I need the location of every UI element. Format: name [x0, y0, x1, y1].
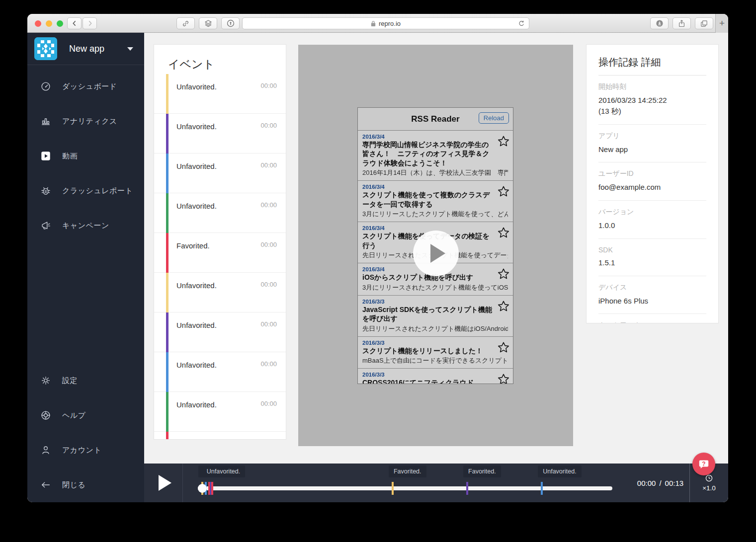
rss-cell: 2016/3/4 専門学校岡山情報ビジネス学院の学生の皆さん！ ニフティのオフィ… [358, 131, 513, 181]
life-ring-icon [40, 410, 51, 421]
event-time: 00:00 [260, 82, 277, 89]
event-label: Unfavorited. [176, 281, 217, 290]
playback-play-button[interactable] [144, 464, 183, 502]
tabs-icon [700, 19, 708, 28]
rss-date: 2016/3/4 [362, 225, 495, 231]
event-color-bar [166, 312, 168, 352]
timeline[interactable]: U Unfavorited. [198, 486, 612, 490]
timeline-marker-tick [466, 482, 468, 495]
rss-snippet: mBaaS上で自由にコードを実行できるスクリプト機... [362, 356, 508, 365]
event-row[interactable]: Favorited. 00:00 [154, 233, 286, 273]
sidebar-item-campaign[interactable]: キャンペーン [27, 208, 144, 243]
sidebar-item-analytics[interactable]: アナリティクス [27, 104, 144, 139]
event-row[interactable]: Unfavorited. 00:00 [154, 312, 286, 352]
playback-bar: U Unfavorited. [144, 464, 728, 502]
svg-text:?: ? [702, 461, 705, 467]
rss-cell: 2016/3/3 CROSS2016にてニフティクラウド mobile back… [358, 369, 513, 384]
reload-button[interactable] [518, 20, 525, 29]
event-row[interactable] [154, 432, 286, 439]
close-window-button[interactable] [35, 20, 41, 27]
share-icon [677, 19, 686, 28]
detail-field-label: 開始時刻 [598, 82, 706, 91]
details-fields: 開始時刻 2016/03/23 14:25:22 (13 秒) アプリ New … [598, 76, 706, 323]
sidebar-item-crash-report[interactable]: クラッシュレポート [27, 173, 144, 208]
event-row[interactable]: Unfavorited. 00:00 [154, 154, 286, 193]
app-logo-icon [34, 37, 57, 60]
event-color-bar [166, 392, 168, 432]
timeline-scrubber[interactable] [198, 484, 207, 493]
link-button[interactable] [176, 17, 195, 29]
event-row[interactable]: Unfavorited. 00:00 [154, 114, 286, 154]
rss-headline: スクリプト機能を使って複数のクラスデータを一回で取得する [362, 190, 495, 209]
app-switcher[interactable]: New app [27, 33, 144, 65]
rss-date: 2016/3/3 [362, 372, 495, 378]
new-tab-button[interactable]: + [715, 14, 728, 33]
sidebar-item-video[interactable]: 動画 [27, 139, 144, 173]
detail-field-label: デバイス [598, 283, 706, 292]
rss-snippet: 3月にリリースされたスクリプト機能を使ってiOS側か... [362, 283, 508, 292]
sidebar-nav: ダッシュボード アナリティクス 動画 クラッシュレポート [27, 65, 144, 243]
video-play-button[interactable] [413, 231, 459, 276]
person-icon [40, 445, 51, 456]
details-title: 操作記録 詳細 [598, 45, 706, 76]
sidebar-item-account[interactable]: アカウント [27, 433, 144, 467]
sidebar-item-settings[interactable]: 設定 [27, 363, 144, 398]
detail-field-value: 1.0.0 [598, 220, 706, 231]
event-time: 00:00 [260, 400, 277, 407]
detail-field: ユーザーID foo@example.com [598, 162, 706, 201]
event-time: 00:00 [260, 360, 277, 368]
event-label: Unfavorited. [176, 202, 217, 210]
time-separator: / [659, 479, 661, 487]
sidebar-item-dashboard[interactable]: ダッシュボード [27, 69, 144, 104]
minimize-window-button[interactable] [46, 20, 52, 27]
detail-field-label: バージョン [598, 208, 706, 217]
star-icon [497, 227, 510, 239]
event-row[interactable]: Unfavorited. 00:00 [154, 193, 286, 233]
event-label: Unfavorited. [176, 400, 217, 409]
help-chat-button[interactable]: ? [692, 453, 715, 475]
zoom-window-button[interactable] [57, 20, 63, 27]
event-row[interactable]: Unfavorited. 00:00 [154, 273, 286, 312]
password-manager-button[interactable] [221, 17, 240, 29]
detail-field: バージョン 1.0.0 [598, 201, 706, 239]
event-row[interactable]: Unfavorited. 00:00 [154, 352, 286, 392]
chevron-down-icon [127, 47, 133, 51]
forward-button[interactable] [83, 17, 97, 29]
browser-chrome: repro.io + [27, 14, 728, 33]
event-label: Unfavorited. [176, 122, 217, 131]
address-bar[interactable]: repro.io [242, 17, 529, 29]
detail-field-value: 1.5.1 [598, 257, 706, 268]
timeline-markers: U Unfavorited. [198, 486, 612, 490]
megaphone-icon [40, 220, 51, 231]
url-text: repro.io [379, 20, 401, 27]
star-icon [497, 135, 510, 148]
detail-field-value: New app [598, 144, 706, 155]
event-color-bar [166, 233, 168, 273]
back-button[interactable] [67, 17, 82, 29]
event-time: 00:00 [260, 241, 277, 248]
event-color-bar [166, 154, 168, 193]
rss-date: 2016/3/4 [362, 184, 495, 190]
detail-field-label: ネットワーク [598, 321, 706, 323]
downloads-button[interactable] [650, 17, 669, 29]
app-name: New app [69, 44, 104, 54]
sidebar-item-close[interactable]: 閉じる [27, 467, 144, 502]
keyhole-icon [226, 19, 235, 28]
share-button[interactable] [672, 17, 691, 29]
rss-headline: 専門学校岡山情報ビジネス学院の学生の皆さん！ ニフティのオフィス見学＆クラウド体… [362, 140, 495, 167]
speed-value: ×1.0 [702, 484, 716, 492]
event-row[interactable]: Unfavorited. 00:00 [154, 74, 286, 114]
time-current: 00:00 [637, 479, 656, 487]
detail-field-label: アプリ [598, 132, 706, 141]
star-icon [497, 341, 510, 354]
detail-field-value: 2016/03/23 14:25:22 [598, 95, 706, 106]
rss-cell: 2016/3/3 JavaScript SDKを使ってスクリプト機能を呼び出す … [358, 296, 513, 337]
show-tabs-button[interactable] [695, 17, 713, 29]
sidebar-item-help[interactable]: ヘルプ [27, 398, 144, 433]
layers-extension-button[interactable] [199, 17, 217, 29]
event-row[interactable]: Unfavorited. 00:00 [154, 392, 286, 432]
sidebar-footer-nav: 設定 ヘルプ アカウント 閉じる [27, 363, 144, 502]
gauge-icon [40, 81, 51, 92]
detail-field-value: foo@example.com [598, 182, 706, 193]
event-color-bar [166, 273, 168, 312]
